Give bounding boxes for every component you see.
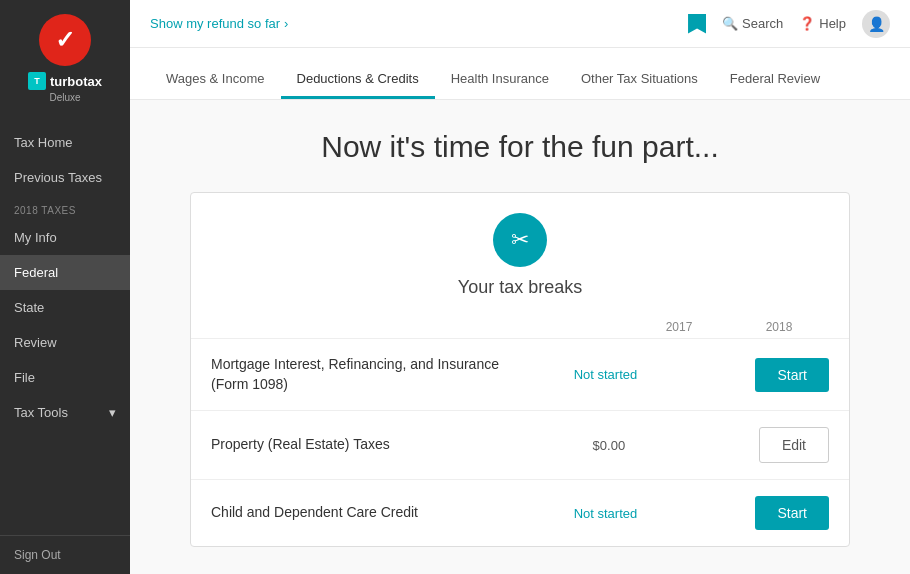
sidebar-item-label: State	[14, 300, 44, 315]
tab-review[interactable]: Federal Review	[714, 61, 836, 99]
tab-other[interactable]: Other Tax Situations	[565, 61, 714, 99]
deduction-row-mortgage: Mortgage Interest, Refinancing, and Insu…	[191, 339, 849, 411]
deduction-row-property: Property (Real Estate) Taxes $0.00 Edit	[191, 411, 849, 480]
start-button-mortgage[interactable]: Start	[755, 358, 829, 392]
card-header: ✂ Your tax breaks	[191, 193, 849, 316]
sidebar-section-label: 2018 TAXES	[0, 195, 130, 220]
sidebar-item-label: My Info	[14, 230, 57, 245]
turbotax-name: turbotax	[50, 74, 102, 89]
sidebar-item-label: Tax Home	[14, 135, 73, 150]
deduction-status-mortgage: Not started	[555, 367, 655, 382]
columns-header-row: 2017 2018	[191, 316, 849, 339]
bookmark-icon	[688, 14, 706, 34]
card-title: Your tax breaks	[458, 277, 582, 298]
turbotax-variant: Deluxe	[49, 92, 80, 103]
tab-wages[interactable]: Wages & Income	[150, 61, 281, 99]
tax-breaks-icon-circle: ✂	[493, 213, 547, 267]
topbar: Show my refund so far › 🔍 Search ❓ Help …	[130, 0, 910, 48]
page-headline: Now it's time for the fun part...	[190, 130, 850, 164]
sign-out-button[interactable]: Sign Out	[0, 535, 130, 574]
start-button-childcare[interactable]: Start	[755, 496, 829, 530]
deduction-status-property: $0.00	[559, 438, 659, 453]
sidebar-item-label: Tax Tools	[14, 405, 68, 420]
content-area: Now it's time for the fun part... ✂ Your…	[130, 100, 910, 574]
topbar-right: 🔍 Search ❓ Help 👤	[688, 10, 890, 38]
chevron-down-icon: ▾	[109, 405, 116, 420]
tab-deductions[interactable]: Deductions & Credits	[281, 61, 435, 99]
sidebar-item-my-info[interactable]: My Info	[0, 220, 130, 255]
sidebar-item-state[interactable]: State	[0, 290, 130, 325]
sidebar-item-label: Review	[14, 335, 57, 350]
help-button[interactable]: ❓ Help	[799, 16, 846, 31]
sidebar-item-label: Previous Taxes	[14, 170, 102, 185]
edit-button-property[interactable]: Edit	[759, 427, 829, 463]
sidebar-item-file[interactable]: File	[0, 360, 130, 395]
search-icon: 🔍	[722, 16, 738, 31]
deduction-status-childcare: Not started	[555, 506, 655, 521]
col-2017: 2017	[629, 320, 729, 334]
avatar-icon: 👤	[868, 16, 885, 32]
show-refund-link[interactable]: Show my refund so far ›	[150, 16, 288, 31]
sidebar-item-tax-home[interactable]: Tax Home	[0, 125, 130, 160]
logo-circle: ✓	[39, 14, 91, 66]
tax-breaks-card: ✂ Your tax breaks 2017 2018 Mortgage Int…	[190, 192, 850, 547]
nav-tabs: Wages & Income Deductions & Credits Heal…	[130, 48, 910, 100]
turbotax-icon: T	[28, 72, 46, 90]
tab-health[interactable]: Health Insurance	[435, 61, 565, 99]
topbar-left: Show my refund so far ›	[150, 16, 668, 31]
deduction-label-property: Property (Real Estate) Taxes	[211, 435, 559, 455]
sidebar-item-label: File	[14, 370, 35, 385]
scissors-icon: ✂	[511, 227, 529, 253]
sidebar-item-review[interactable]: Review	[0, 325, 130, 360]
sidebar-item-federal[interactable]: Federal	[0, 255, 130, 290]
sidebar-item-previous-taxes[interactable]: Previous Taxes	[0, 160, 130, 195]
deduction-label-mortgage: Mortgage Interest, Refinancing, and Insu…	[211, 355, 555, 394]
sidebar: ✓ T turbotax Deluxe Tax Home Previous Ta…	[0, 0, 130, 574]
help-icon: ❓	[799, 16, 815, 31]
deduction-row-childcare: Child and Dependent Care Credit Not star…	[191, 480, 849, 546]
arrow-icon: ›	[284, 16, 288, 31]
deduction-label-childcare: Child and Dependent Care Credit	[211, 503, 555, 523]
main-content: Show my refund so far › 🔍 Search ❓ Help …	[130, 0, 910, 574]
logo-checkmark: ✓	[55, 26, 75, 54]
bookmark-button[interactable]	[688, 14, 706, 34]
sidebar-item-label: Federal	[14, 265, 58, 280]
sidebar-item-tax-tools[interactable]: Tax Tools ▾	[0, 395, 130, 430]
sidebar-nav: Tax Home Previous Taxes 2018 TAXES My In…	[0, 117, 130, 535]
sidebar-logo: ✓ T turbotax Deluxe	[0, 0, 130, 117]
turbotax-brand: T turbotax	[28, 72, 102, 90]
search-button[interactable]: 🔍 Search	[722, 16, 783, 31]
col-2018: 2018	[729, 320, 829, 334]
avatar[interactable]: 👤	[862, 10, 890, 38]
